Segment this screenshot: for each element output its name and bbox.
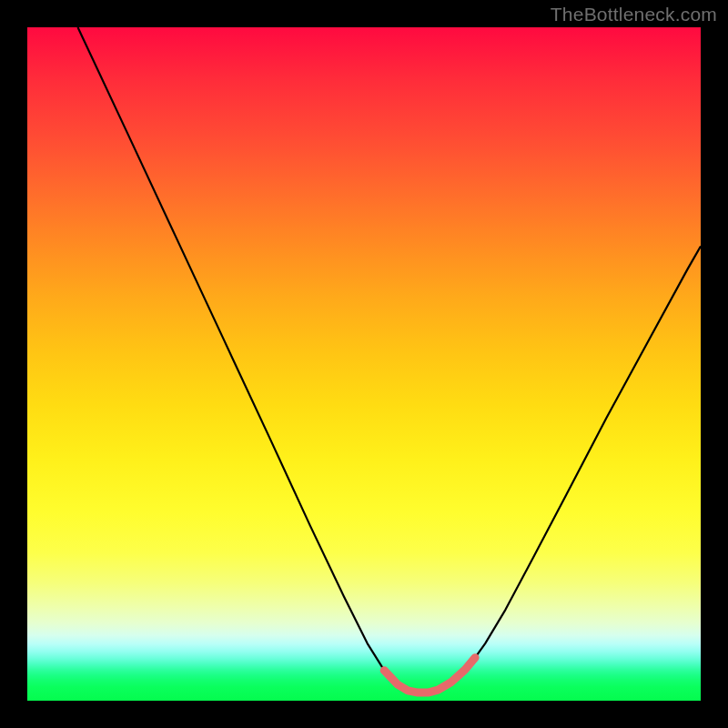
pink-highlight: [384, 658, 475, 693]
watermark-label: TheBottleneck.com: [551, 4, 717, 25]
black-curve: [78, 27, 702, 693]
plot-area: [27, 27, 701, 701]
curve-layer: [27, 27, 701, 701]
chart-frame: TheBottleneck.com: [0, 0, 728, 728]
